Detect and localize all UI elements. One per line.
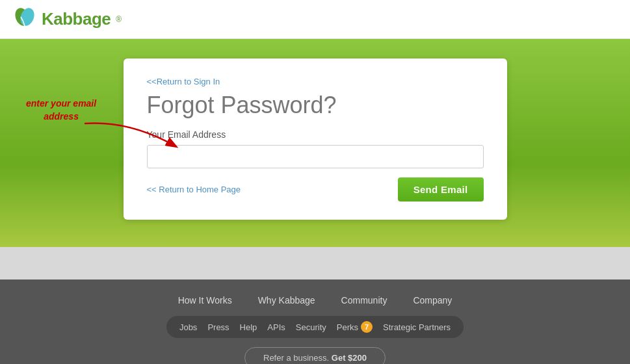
footer-nav-company[interactable]: Company (413, 295, 452, 306)
footer-sub-perks[interactable]: Perks 7 (337, 321, 373, 333)
footer-nav-community[interactable]: Community (341, 295, 387, 306)
forgot-title: Forgot Password? (147, 92, 484, 119)
footer-nav: How It Works Why Kabbage Community Compa… (13, 295, 617, 306)
refer-text: Refer a business. (263, 353, 329, 363)
footer-sub-help[interactable]: Help (240, 322, 257, 332)
email-input[interactable] (147, 145, 484, 168)
send-email-button[interactable]: Send Email (398, 177, 484, 202)
logo-reg: ® (116, 15, 122, 24)
return-to-signin-link[interactable]: <<Return to Sign In (147, 77, 484, 86)
main-content: enter your emailaddress <<Return to Sign… (0, 39, 630, 247)
footer-sub-security[interactable]: Security (296, 322, 326, 332)
footer-sub-jobs[interactable]: Jobs (179, 322, 197, 332)
perks-badge: Perks 7 (337, 321, 373, 333)
refer-cta: Get $200 (332, 353, 367, 363)
arrow-svg (78, 117, 182, 156)
footer: How It Works Why Kabbage Community Compa… (0, 280, 630, 364)
footer-nav-why-kabbage[interactable]: Why Kabbage (258, 295, 315, 306)
gray-separator (0, 247, 630, 280)
footer-nav-how-it-works[interactable]: How It Works (178, 295, 232, 306)
footer-sub-strategic-partners[interactable]: Strategic Partners (383, 322, 451, 332)
logo-area: Kabbage® (13, 8, 122, 31)
footer-sub-nav-inner: Jobs Press Help APIs Security Perks 7 St… (166, 316, 464, 338)
footer-sub-press[interactable]: Press (207, 322, 229, 332)
refer-business-button[interactable]: Refer a business. Get $200 (244, 347, 386, 364)
footer-sub-nav: Jobs Press Help APIs Security Perks 7 St… (13, 316, 617, 338)
email-label: Your Email Address (147, 129, 484, 140)
footer-sub-apis[interactable]: APIs (267, 322, 285, 332)
header: Kabbage® (0, 0, 630, 39)
logo-icon (13, 8, 36, 31)
perks-count: 7 (361, 321, 373, 333)
card-bottom: << Return to Home Page Send Email (147, 177, 484, 202)
logo-text: Kabbage (42, 9, 111, 29)
return-home-link[interactable]: << Return to Home Page (147, 185, 241, 194)
